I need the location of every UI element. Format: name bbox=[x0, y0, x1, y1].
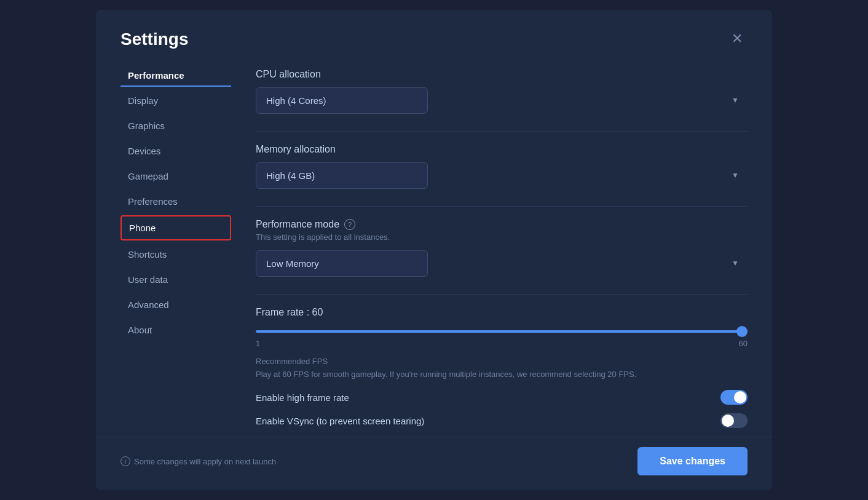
sidebar-item-user-data[interactable]: User data bbox=[120, 268, 231, 291]
perf-mode-desc: This setting is applied to all instances… bbox=[256, 232, 748, 242]
divider-1 bbox=[256, 131, 748, 132]
save-button[interactable]: Save changes bbox=[637, 447, 748, 475]
main-content: CPU allocation Low (1 Core) Medium (2 Co… bbox=[231, 59, 772, 437]
sidebar-item-gamepad[interactable]: Gamepad bbox=[120, 165, 231, 188]
memory-select[interactable]: Low (1 GB) Medium (2 GB) High (4 GB) Aut… bbox=[256, 162, 428, 189]
sidebar: Performance Display Graphics Devices Gam… bbox=[96, 59, 231, 437]
cpu-select-arrow: ▼ bbox=[732, 96, 739, 105]
memory-allocation-label: Memory allocation bbox=[256, 144, 748, 155]
vsync-toggle[interactable] bbox=[720, 413, 748, 428]
slider-min-label: 1 bbox=[256, 339, 260, 348]
sidebar-item-performance[interactable]: Performance bbox=[120, 64, 231, 87]
footer-note-text: Some changes will apply on next launch bbox=[134, 457, 276, 466]
sidebar-item-display[interactable]: Display bbox=[120, 89, 231, 112]
cpu-select[interactable]: Low (1 Core) Medium (2 Cores) High (4 Co… bbox=[256, 87, 428, 114]
sidebar-item-devices[interactable]: Devices bbox=[120, 140, 231, 162]
perf-mode-label-text: Performance mode bbox=[256, 219, 339, 230]
cpu-allocation-label: CPU allocation bbox=[256, 69, 748, 80]
memory-select-arrow: ▼ bbox=[732, 171, 739, 180]
vsync-row: Enable VSync (to prevent screen tearing) bbox=[256, 413, 748, 428]
divider-2 bbox=[256, 206, 748, 207]
vsync-label: Enable VSync (to prevent screen tearing) bbox=[256, 416, 424, 426]
footer-note-icon: i bbox=[120, 456, 130, 466]
perf-mode-select[interactable]: Low Memory Balanced High Performance bbox=[256, 250, 428, 277]
frame-rate-label: Frame rate : 60 bbox=[256, 307, 748, 318]
slider-labels: 1 60 bbox=[256, 339, 748, 348]
divider-3 bbox=[256, 294, 748, 295]
memory-select-wrapper: Low (1 GB) Medium (2 GB) High (4 GB) Aut… bbox=[256, 162, 748, 189]
perf-mode-header: Performance mode ? bbox=[256, 219, 748, 230]
high-frame-rate-label: Enable high frame rate bbox=[256, 392, 349, 403]
cpu-select-wrapper: Low (1 Core) Medium (2 Cores) High (4 Co… bbox=[256, 87, 748, 114]
perf-mode-section: Performance mode ? This setting is appli… bbox=[256, 219, 748, 277]
memory-allocation-section: Memory allocation Low (1 GB) Medium (2 G… bbox=[256, 144, 748, 189]
slider-container bbox=[256, 324, 748, 335]
cpu-allocation-section: CPU allocation Low (1 Core) Medium (2 Co… bbox=[256, 69, 748, 114]
sidebar-item-shortcuts[interactable]: Shortcuts bbox=[120, 243, 231, 266]
footer-note: i Some changes will apply on next launch bbox=[120, 456, 276, 466]
sidebar-item-about[interactable]: About bbox=[120, 319, 231, 341]
sidebar-item-advanced[interactable]: Advanced bbox=[120, 293, 231, 316]
recommended-fps-title: Recommended FPS bbox=[256, 357, 748, 366]
high-frame-rate-row: Enable high frame rate bbox=[256, 390, 748, 405]
sidebar-item-graphics[interactable]: Graphics bbox=[120, 114, 231, 137]
close-button[interactable]: ✕ bbox=[727, 30, 748, 48]
sidebar-item-preferences[interactable]: Preferences bbox=[120, 190, 231, 213]
help-icon[interactable]: ? bbox=[344, 219, 355, 230]
sidebar-item-phone[interactable]: Phone bbox=[120, 215, 231, 240]
dialog-title: Settings bbox=[120, 30, 188, 49]
high-frame-rate-toggle[interactable] bbox=[720, 390, 748, 405]
dialog-header: Settings ✕ bbox=[96, 10, 772, 59]
perf-mode-select-wrapper: Low Memory Balanced High Performance ▼ bbox=[256, 250, 748, 277]
dialog-footer: i Some changes will apply on next launch… bbox=[96, 437, 772, 490]
settings-dialog: Settings ✕ Performance Display Graphics … bbox=[96, 10, 772, 491]
recommended-fps-desc: Play at 60 FPS for smooth gameplay. If y… bbox=[256, 368, 748, 381]
frame-rate-slider[interactable] bbox=[256, 330, 748, 333]
dialog-body: Performance Display Graphics Devices Gam… bbox=[96, 59, 772, 437]
frame-rate-section: Frame rate : 60 1 60 Recommended FPS Pla… bbox=[256, 307, 748, 381]
high-frame-rate-toggle-knob bbox=[734, 391, 746, 403]
slider-max-label: 60 bbox=[739, 339, 748, 348]
perf-mode-select-arrow: ▼ bbox=[732, 259, 739, 268]
vsync-toggle-knob bbox=[722, 415, 734, 427]
